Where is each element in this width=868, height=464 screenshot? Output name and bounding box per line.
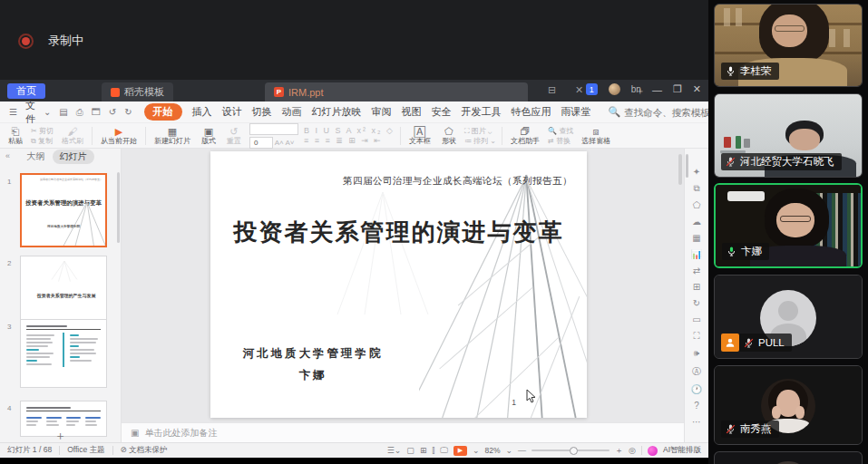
chart-icon[interactable]: 📊 bbox=[691, 249, 702, 259]
font-size-box[interactable]: 0 bbox=[249, 137, 273, 149]
ai-assistant-icon[interactable]: ✦ bbox=[693, 167, 700, 177]
notes-bar[interactable]: ▣ 单击此处添加备注 bbox=[122, 422, 684, 442]
participant-tile-4[interactable]: PULL bbox=[714, 275, 863, 359]
history-icon[interactable]: ↻ bbox=[693, 298, 700, 308]
participant-tile-2[interactable]: 河北经贸大学石晓飞 bbox=[714, 93, 863, 178]
properties-icon[interactable]: ⧉ bbox=[693, 183, 699, 194]
paste-button[interactable]: ⎗粘贴 bbox=[5, 126, 25, 145]
clock-icon[interactable]: 🕐 bbox=[691, 384, 702, 394]
participant-tile-1[interactable]: 李桂荣 bbox=[714, 4, 863, 87]
participant-tile-3-active-speaker[interactable]: 卞娜 bbox=[714, 183, 863, 268]
preview-icon[interactable]: 🗔 bbox=[92, 107, 101, 117]
account-name[interactable]: bn bbox=[631, 84, 641, 94]
sound-icon[interactable]: 🕪 bbox=[694, 348, 699, 359]
textbox-button[interactable]: 🄰文本框 bbox=[406, 126, 434, 145]
cut-copy-group[interactable]: ✂ 剪切 ⧉ 复制 bbox=[31, 127, 54, 145]
ribbon-tab-animation[interactable]: 动画 bbox=[282, 105, 302, 119]
zoom-in-icon[interactable]: ＋ bbox=[615, 445, 623, 457]
file-dropdown-icon[interactable]: ⌄ bbox=[44, 107, 51, 117]
recording-indicator[interactable]: 录制中 bbox=[18, 33, 83, 49]
accessibility-icon[interactable]: Ⓐ bbox=[692, 365, 701, 378]
ribbon-tab-devtools[interactable]: 开发工具 bbox=[462, 105, 502, 119]
ribbon-tab-security[interactable]: 安全 bbox=[432, 105, 452, 119]
print-icon[interactable]: ⎙ bbox=[76, 107, 83, 118]
slideshow-play-button[interactable]: ▶ bbox=[454, 446, 467, 456]
shapes-icon[interactable]: ⬠ bbox=[693, 200, 701, 210]
tab-document[interactable]: P IRM.ppt bbox=[265, 82, 528, 102]
new-slide-button[interactable]: ▦新建幻灯片 bbox=[151, 126, 193, 145]
presenter-view-icon[interactable]: 🖵 bbox=[440, 446, 448, 456]
canvas-scrollbar[interactable] bbox=[678, 154, 682, 185]
participant-tile-6-partial[interactable] bbox=[714, 451, 863, 464]
ribbon-tab-review[interactable]: 审阅 bbox=[372, 105, 392, 119]
theme-name[interactable]: Office 主题 bbox=[67, 445, 104, 456]
close-icon[interactable]: ✕ bbox=[693, 83, 701, 95]
save-icon[interactable]: ▤ bbox=[59, 107, 67, 117]
tab-outline[interactable]: 大纲 bbox=[27, 150, 45, 163]
close-tab-icon[interactable]: ✕ bbox=[575, 84, 583, 96]
reset-button[interactable]: ↺重置 bbox=[224, 126, 244, 145]
tool-strip-scrollbar[interactable] bbox=[686, 154, 688, 178]
slide-thumbnail-1[interactable]: 第四届公司治理与企业成长高端论坛（系列报告五） 投资者关系管理的演进与变革 河北… bbox=[20, 173, 107, 247]
zoom-out-icon[interactable]: — bbox=[518, 446, 526, 455]
slide-thumbnail-2[interactable]: 投资者关系管理的产生与发展 bbox=[20, 256, 107, 328]
play-options-icon[interactable]: ⌄ bbox=[473, 446, 480, 455]
ai-layout-label[interactable]: AI智能排版 bbox=[663, 445, 701, 456]
font-name-box[interactable] bbox=[249, 123, 298, 135]
notes-toggle-icon[interactable]: ☰⌄ bbox=[387, 446, 402, 455]
ai-layout-icon[interactable] bbox=[648, 446, 658, 456]
doc-assistant-button[interactable]: 🗇文档助手 bbox=[508, 126, 542, 145]
hamburger-icon[interactable]: ☰ bbox=[9, 107, 17, 117]
rect-tool-icon[interactable]: ▭ bbox=[692, 314, 700, 324]
shape-button[interactable]: ⬠形状 bbox=[439, 126, 459, 145]
cloud-icon[interactable]: ☁ bbox=[692, 217, 701, 227]
panel-scrollbar[interactable] bbox=[117, 172, 120, 243]
fit-window-icon[interactable]: ◎ bbox=[629, 446, 636, 455]
text-format-row[interactable]: B I U S A x² x₂ ◇ bbox=[304, 127, 395, 135]
redo-icon[interactable]: ↻ bbox=[124, 107, 132, 117]
zoom-slider-knob[interactable] bbox=[570, 447, 578, 455]
tab-home[interactable]: 首页 bbox=[7, 83, 45, 99]
notification-badge[interactable]: 1 bbox=[586, 83, 598, 95]
undo-icon[interactable]: ↺ bbox=[109, 107, 116, 117]
layout-button[interactable]: ▣版式 bbox=[199, 126, 219, 145]
protection-status[interactable]: ⊘ 文档未保护 bbox=[121, 445, 168, 456]
ribbon-tab-design[interactable]: 设计 bbox=[222, 105, 242, 119]
participant-tile-5[interactable]: 南秀燕 bbox=[714, 365, 863, 445]
current-slide[interactable]: 第四届公司治理与企业成长高端论坛（系列报告五） 投资者关系管理的演进与变革 河北… bbox=[210, 151, 587, 418]
split-view-icon[interactable]: ⊟ bbox=[548, 84, 556, 96]
ribbon-tab-apps[interactable]: 特色应用 bbox=[512, 105, 551, 119]
zoom-dropdown-icon[interactable]: ⌄ bbox=[506, 446, 513, 455]
tab-slides[interactable]: 幻灯片 bbox=[53, 150, 94, 164]
maximize-icon[interactable]: ❐ bbox=[673, 83, 682, 95]
zoom-level[interactable]: 82% bbox=[485, 446, 501, 455]
select-pane-button[interactable]: ⧈选择窗格 bbox=[579, 126, 613, 145]
apps-grid-icon[interactable]: ▦ bbox=[692, 233, 700, 243]
normal-view-icon[interactable]: ▢ bbox=[406, 446, 414, 455]
tab-template[interactable]: 稻壳模板 bbox=[102, 82, 173, 102]
slide-thumbnail-3[interactable] bbox=[20, 319, 107, 388]
ribbon-tab-rainclass[interactable]: 雨课堂 bbox=[561, 105, 591, 119]
frame-icon[interactable]: ⊞ bbox=[693, 282, 700, 292]
align-format-row[interactable]: ≡ ≡ ≡ ≣ ⊞ ⇥ ⇤ bbox=[304, 137, 395, 145]
minimize-icon[interactable]: — bbox=[652, 84, 662, 95]
picture-arrange-group[interactable]: ⛶ 图片 ⌄ ≔ 排列 ⌄ bbox=[464, 127, 496, 145]
ribbon-tab-transition[interactable]: 切换 bbox=[252, 105, 272, 119]
format-painter-button[interactable]: 🖌格式刷 bbox=[59, 126, 86, 145]
more-tools-icon[interactable]: ⋯ bbox=[692, 417, 701, 427]
command-search[interactable]: 🔍 bbox=[609, 106, 723, 118]
reading-view-icon[interactable]: ⫿ bbox=[432, 446, 434, 456]
zoom-slider[interactable] bbox=[532, 450, 610, 451]
sorter-view-icon[interactable]: ⊞ bbox=[420, 446, 427, 455]
account-avatar[interactable] bbox=[609, 83, 620, 95]
find-replace-group[interactable]: 🔍 查找 ⇄ 替换 bbox=[548, 127, 573, 145]
ribbon-tab-home[interactable]: 开始 bbox=[144, 103, 182, 121]
play-from-current-button[interactable]: ▶从当前开始 bbox=[98, 126, 140, 145]
transition-icon[interactable]: ⇄ bbox=[693, 266, 700, 276]
ribbon-tab-view[interactable]: 视图 bbox=[402, 105, 422, 119]
ribbon-tab-insert[interactable]: 插入 bbox=[192, 105, 212, 119]
image-tool-icon[interactable]: ⛶ bbox=[694, 331, 700, 342]
file-menu[interactable]: 文件 bbox=[25, 99, 35, 126]
help-panel-icon[interactable]: ? bbox=[694, 401, 699, 411]
ribbon-tab-slideshow[interactable]: 幻灯片放映 bbox=[312, 105, 362, 119]
